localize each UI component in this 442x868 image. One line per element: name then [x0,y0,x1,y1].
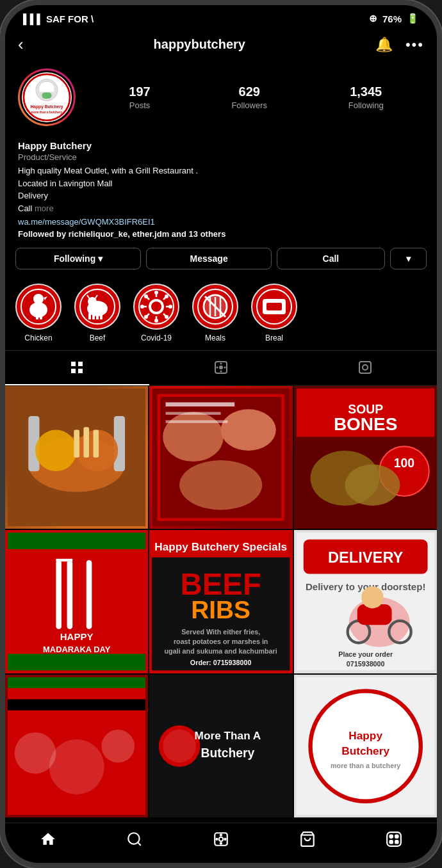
svg-point-143 [224,839,225,840]
svg-text:More Than A: More Than A [195,729,261,742]
svg-point-144 [220,834,222,835]
svg-point-43 [165,294,168,298]
bio-name: Happy Butchery [18,140,424,151]
posts-stat[interactable]: 197 Posts [129,84,150,111]
tab-reels[interactable] [149,351,293,385]
call-button[interactable]: Call [277,248,384,269]
grid-cell-content-4: HAPPY MADARAKA DAY [5,530,148,673]
highlight-circle-covid [133,284,179,330]
following-stat[interactable]: 1,345 Following [348,84,384,111]
scroll-content[interactable]: Happy Butchery more than a butchery 197 … [5,61,437,825]
svg-text:Happy Butchery: Happy Butchery [31,104,63,109]
profile-username: happybutchery [154,37,245,52]
avatar-inner: Happy Butchery more than a butchery [20,70,74,124]
more-options-icon[interactable]: ••• [405,36,424,53]
grid-cell-2[interactable] [149,386,292,529]
nav-home[interactable] [5,831,92,848]
svg-rect-100 [8,533,145,549]
phone-frame: ▌▌▌ SAF FOR \ ⊕ 76% 🔋 ‹ happybutchery 🔔 … [0,0,442,868]
back-button[interactable]: ‹ [18,35,24,54]
svg-text:Butchery: Butchery [201,746,255,760]
status-left: ▌▌▌ SAF FOR \ [23,13,94,24]
message-label: Message [190,253,228,264]
svg-rect-95 [67,560,73,629]
highlight-label-chicken: Chicken [24,334,52,342]
bio-more-button[interactable]: more [35,204,54,213]
followed-others: and 13 others [169,229,225,239]
bottom-nav [5,823,437,863]
grid-cell-6[interactable]: DELIVERY Delivery to your doorstep! Plac… [294,530,437,673]
grid-cell-3[interactable]: SOUP BONES 100 [294,386,437,529]
nav-reels[interactable] [178,831,265,848]
image-grid: SOUP BONES 100 [5,386,437,817]
followers-count: 629 [231,84,267,99]
followers-stat[interactable]: 629 Followers [231,84,267,111]
svg-point-119 [361,586,383,608]
svg-point-139 [128,833,139,844]
highlight-circle-beef [74,284,120,330]
more-button[interactable]: ▾ [390,248,427,269]
highlight-beef[interactable]: Beef [74,284,120,342]
svg-point-80 [221,409,276,451]
bio-link[interactable]: wa.me/message/GWQMX3BIFR6EI1 [18,217,424,227]
svg-point-42 [165,315,168,319]
carrier-text: SAF FOR \ [46,13,94,24]
grid-cell-8[interactable]: More Than A Butchery [149,675,292,817]
highlight-covid[interactable]: Covid-19 [133,284,179,342]
grid-cell-5[interactable]: Happy Butchery Specials BEEF RIBS Served… [149,530,292,673]
highlight-label-covid: Covid-19 [141,334,172,342]
phone-inner: ▌▌▌ SAF FOR \ ⊕ 76% 🔋 ‹ happybutchery 🔔 … [5,5,437,863]
message-button[interactable]: Message [146,248,272,269]
grid-tabs [5,350,437,386]
svg-point-28 [151,301,161,312]
svg-rect-151 [395,840,398,843]
highlight-label-beef: Beef [90,334,106,342]
svg-rect-20 [92,313,95,319]
grid-cell-1[interactable] [5,386,148,529]
tab-tagged[interactable] [293,351,437,385]
profile-section: Happy Butchery more than a butchery 197 … [5,61,437,134]
highlight-chicken[interactable]: Chicken [15,284,61,342]
svg-text:Happy: Happy [348,729,382,742]
tab-grid[interactable] [5,351,149,385]
following-button[interactable]: Following ▾ [15,248,141,269]
svg-rect-124 [8,688,145,699]
stats-row: 197 Posts 629 Followers 1,345 Following [88,84,424,111]
nav-search[interactable] [92,831,178,848]
location-icon: ⊕ [369,13,377,24]
nav-profile[interactable] [350,831,437,848]
svg-point-62 [219,366,223,369]
bio-line1: High quality Meat Outlet, with a Grill R… [18,166,198,175]
highlight-breal[interactable]: Breal [251,284,297,342]
followed-users[interactable]: richieliquor_ke, ether.jdm [69,229,170,239]
action-buttons: Following ▾ Message Call ▾ [5,241,437,276]
following-label: Following [348,100,384,110]
svg-text:more than a butchery: more than a butchery [331,762,400,769]
avatar-wrapper: Happy Butchery more than a butchery [18,68,76,126]
svg-text:RIBS: RIBS [192,596,251,623]
highlight-label-meals: Meals [205,334,225,342]
grid-cell-content-7 [5,675,148,817]
grid-cell-7[interactable] [5,675,148,817]
svg-rect-125 [8,699,145,710]
svg-rect-56 [266,303,282,310]
grid-cell-4[interactable]: HAPPY MADARAKA DAY [5,530,148,673]
svg-point-72 [35,430,77,472]
highlights-row: Chicken [5,276,437,350]
notification-icon[interactable]: 🔔 [375,36,393,53]
svg-rect-4 [42,92,51,99]
notch [170,5,272,23]
svg-rect-21 [96,313,99,319]
svg-point-131 [163,729,197,762]
svg-point-41 [144,294,148,298]
grid-cell-content-9: Happy Butchery more than a butchery [294,675,437,817]
svg-rect-101 [8,654,145,671]
grid-cell-content-6: DELIVERY Delivery to your doorstep! Plac… [294,530,437,673]
followed-by-label: Followed by [18,229,69,239]
grid-cell-9[interactable]: Happy Butchery more than a butchery [294,675,437,817]
nav-shop[interactable] [264,831,350,848]
avatar[interactable]: Happy Butchery more than a butchery [22,72,72,122]
svg-rect-3 [40,86,54,92]
svg-point-37 [154,291,158,294]
highlight-meals[interactable]: Meals [192,284,238,342]
